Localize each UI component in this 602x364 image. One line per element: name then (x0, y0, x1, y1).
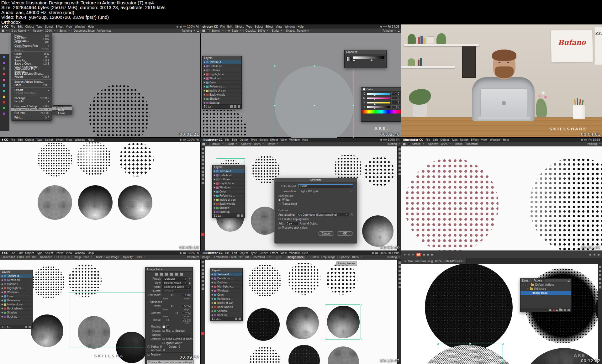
visibility-icon[interactable]: ◉ (214, 170, 215, 172)
visibility-icon[interactable]: ◉ (211, 298, 213, 300)
preset-icon[interactable] (175, 273, 178, 276)
preserve-spot-option[interactable]: Preserve spot colors (282, 226, 308, 229)
new-layer-icon[interactable] (25, 326, 27, 328)
chevron-down-icon[interactable]: ▾ (68, 29, 70, 32)
layer-row[interactable]: ◉ Outlines (0, 282, 32, 286)
speckle-circle[interactable] (247, 308, 280, 341)
menu-item[interactable]: View (66, 25, 72, 28)
layer-row[interactable]: ◉ Back wheels (0, 307, 32, 311)
layer-name[interactable]: Color (7, 295, 14, 298)
halftone-circle-black[interactable] (529, 157, 602, 251)
layer-row[interactable]: ◉ Texture d... (0, 274, 32, 278)
fills-label[interactable]: Fills (166, 330, 171, 332)
visibility-icon[interactable]: ◉ (214, 194, 215, 197)
chevron-down-icon[interactable]: ▾ (144, 256, 145, 258)
layer-name[interactable]: Shadow (7, 311, 17, 314)
layer-name[interactable]: Inside of van (217, 302, 233, 304)
file-menu-item[interactable] (11, 115, 51, 115)
menu-item[interactable]: File (225, 251, 230, 255)
toolbar-icon[interactable] (594, 254, 595, 256)
layer-name[interactable]: Back up (7, 315, 17, 318)
menu-item[interactable]: Window (75, 251, 85, 255)
new-action-icon[interactable] (564, 309, 566, 311)
window-dot[interactable] (408, 254, 410, 256)
layers-list[interactable]: ◉ Texture d... ◉ Details on ... ◉ Outlin… (213, 169, 245, 214)
menu-item[interactable]: View (66, 251, 72, 255)
actions-panel[interactable]: Links Actions ☰ ✓ › Default Actions ▾ Sk… (520, 278, 572, 312)
layer-row[interactable]: ◉ Reference ... (213, 194, 245, 198)
menu-item[interactable]: Effect (266, 25, 273, 28)
layer-name[interactable]: Inside of van (209, 89, 225, 92)
mode-select[interactable]: Black and White▾ (162, 286, 191, 289)
halftone-circle-pink[interactable] (404, 158, 499, 251)
check-icon[interactable]: ✓ (522, 283, 524, 286)
layer-name[interactable]: Details on ... (219, 174, 235, 177)
chevron-down-icon[interactable]: ▾ (91, 256, 92, 258)
channel-value[interactable]: 0 (391, 92, 400, 95)
visibility-icon[interactable]: ◉ (1, 303, 3, 306)
menu-item[interactable]: Select (260, 138, 268, 141)
layer-name[interactable]: Reference ... (219, 194, 235, 197)
chevron-down-icon[interactable]: ▾ (307, 256, 309, 258)
image-trace-panel[interactable]: Image Trace Preset: [Default]▾ ≡ View: T… (145, 267, 193, 364)
menu-item[interactable]: Object (440, 138, 449, 141)
menu-item[interactable]: File (225, 138, 230, 141)
style-label[interactable]: Style: (60, 29, 67, 32)
window-dot[interactable] (412, 254, 414, 256)
speckled-ink-circle[interactable] (425, 263, 513, 351)
slider-knob[interactable] (374, 108, 376, 109)
menu-item[interactable]: File (11, 251, 15, 255)
visibility-icon[interactable]: ◉ (214, 186, 215, 189)
channel-slider[interactable] (367, 93, 390, 95)
file-menu-item[interactable]: Save ⌘S (11, 55, 52, 59)
layer-name[interactable]: Back wheels (209, 93, 225, 96)
layer-row[interactable]: ◉ Color (213, 190, 245, 194)
toolbar-icon[interactable] (589, 254, 591, 256)
selection-handle[interactable] (360, 304, 362, 305)
layer-row[interactable]: ◉ Reference ... (210, 297, 242, 301)
visibility-icon[interactable]: ◉ (214, 174, 215, 177)
file-menu-item[interactable]: Save a Copy... ⌥⌘S (11, 62, 52, 66)
menu-item[interactable]: Type (36, 138, 43, 141)
file-menu-item[interactable]: File Info... ⌥⇧⌘I (11, 111, 52, 115)
selection-bounds[interactable] (326, 304, 361, 340)
visibility-icon[interactable]: ◉ (203, 93, 205, 96)
shape-label[interactable]: Shape: (286, 29, 295, 32)
layer-name[interactable]: Back wheels (7, 307, 23, 310)
menu-item[interactable]: Type (36, 251, 43, 255)
crop-image-button[interactable]: Crop Image (104, 256, 119, 259)
halftone-circle[interactable] (38, 142, 72, 177)
cancel-button[interactable]: Cancel (318, 231, 334, 236)
menu-item[interactable]: Type (452, 138, 458, 141)
halftone-circle[interactable] (201, 105, 248, 138)
action-row[interactable]: ✓ › Default Actions (520, 283, 571, 287)
menu-item[interactable]: Edit (18, 25, 23, 28)
threshold-slider[interactable] (162, 295, 181, 295)
layer-name[interactable]: Highlight w... (7, 287, 24, 290)
file-menu-item[interactable] (11, 96, 51, 96)
tools-panel[interactable] (201, 260, 205, 364)
trash-icon[interactable] (29, 326, 31, 328)
grain-circle[interactable] (118, 185, 152, 220)
menu-item[interactable]: View (481, 138, 487, 141)
layer-name[interactable]: Windows (7, 291, 18, 294)
file-menu-item[interactable]: Print... ⌘P (11, 116, 52, 119)
selection-handle[interactable] (437, 343, 439, 345)
layer-row[interactable]: ◉ Windows (210, 289, 242, 293)
chevron-down-icon[interactable]: ▾ (54, 29, 55, 32)
method-overlapping-icon[interactable] (166, 325, 169, 328)
opacity-value[interactable]: 100% (45, 29, 52, 32)
style-label[interactable]: Style: (268, 143, 275, 145)
menu-item[interactable]: File (426, 138, 430, 141)
color-spectrum-bar[interactable] (362, 110, 401, 113)
layers-list[interactable]: ◉ Texture d... ◉ Details on ... ◉ Outlin… (203, 60, 241, 105)
layer-row[interactable]: ◉ Windows (0, 290, 32, 294)
preset-icon[interactable] (165, 273, 168, 276)
file-menu-dropdown[interactable]: New... ⌘N New from Template... ⇧⌘N Open.… (11, 33, 52, 121)
layer-name[interactable]: Color (209, 81, 216, 84)
layer-name[interactable]: Texture d... (217, 273, 231, 276)
gradient-stop[interactable] (353, 60, 355, 61)
action-set-name[interactable]: Default Actions (535, 283, 554, 286)
brush-stroke-preview[interactable]: ▬ (228, 29, 230, 32)
collapse-icon[interactable]: ▾ (527, 288, 529, 290)
